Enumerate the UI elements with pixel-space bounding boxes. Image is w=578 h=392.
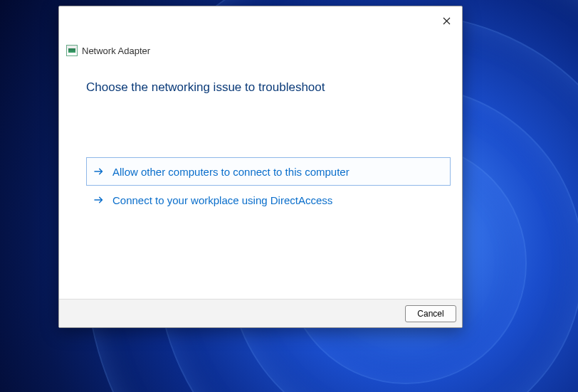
- page-heading: Choose the networking issue to troublesh…: [86, 80, 325, 95]
- close-button[interactable]: [435, 11, 458, 31]
- option-allow-connections[interactable]: Allow other computers to connect to this…: [86, 157, 451, 186]
- option-list: Allow other computers to connect to this…: [86, 157, 451, 214]
- network-adapter-icon: [66, 45, 78, 56]
- option-label: Connect to your workplace using DirectAc…: [112, 194, 332, 206]
- option-label: Allow other computers to connect to this…: [112, 166, 350, 178]
- option-directaccess[interactable]: Connect to your workplace using DirectAc…: [86, 186, 451, 214]
- arrow-right-icon: [93, 194, 105, 206]
- dialog-footer: Cancel: [59, 299, 462, 327]
- close-icon: [443, 17, 451, 25]
- window-header: Network Adapter: [66, 45, 150, 56]
- window-title: Network Adapter: [82, 46, 150, 56]
- cancel-button[interactable]: Cancel: [405, 305, 456, 322]
- desktop-wallpaper: Network Adapter Choose the networking is…: [0, 0, 578, 392]
- arrow-right-icon: [93, 165, 105, 178]
- troubleshooter-dialog: Network Adapter Choose the networking is…: [58, 6, 463, 328]
